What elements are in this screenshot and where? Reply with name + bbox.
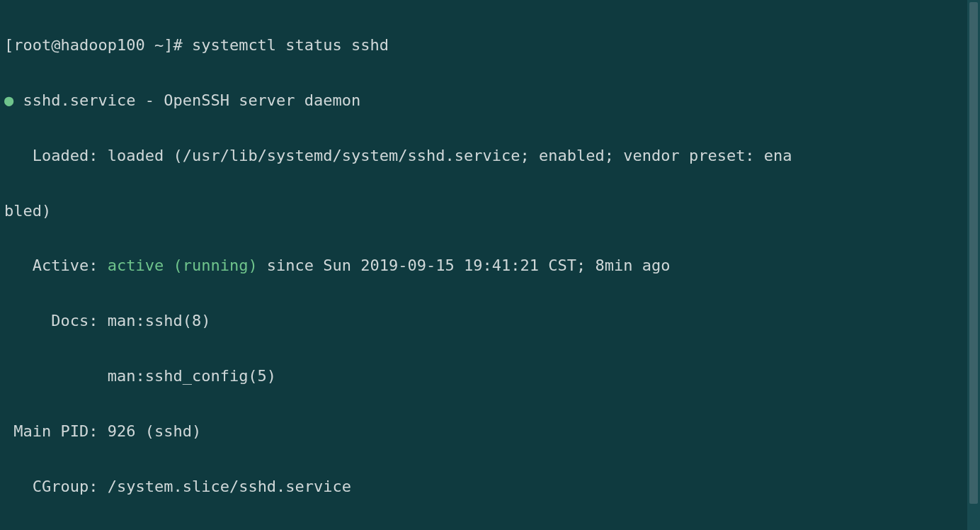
loaded-value: loaded (/usr/lib/systemd/system/sshd.ser… <box>108 147 792 164</box>
command-text: systemctl status sshd <box>192 36 389 54</box>
loaded-continuation: bled) <box>4 202 51 220</box>
cgroup-value: /system.slice/sshd.service <box>108 478 351 495</box>
active-since: since Sun 2019-09-15 19:41:21 CST; 8min … <box>258 256 671 274</box>
active-label: Active: <box>4 256 108 274</box>
main-pid-value: 926 (sshd) <box>108 422 201 440</box>
terminal-output[interactable]: [root@hadoop100 ~]# systemctl status ssh… <box>4 4 976 530</box>
scrollbar-track[interactable] <box>967 0 980 530</box>
cgroup-label: CGroup: <box>4 478 108 495</box>
shell-prompt: [root@hadoop100 ~]# <box>4 36 192 54</box>
active-state: active (running) <box>108 256 258 274</box>
main-pid-label: Main PID: <box>4 422 108 440</box>
docs-label: Docs: <box>4 312 108 329</box>
docs-value-2: man:sshd_config(5) <box>4 367 276 385</box>
status-bullet-icon: ● <box>4 91 13 109</box>
scrollbar-thumb[interactable] <box>969 2 978 504</box>
docs-value-1: man:sshd(8) <box>108 312 211 329</box>
loaded-label: Loaded: <box>4 147 108 164</box>
service-name-line: sshd.service - OpenSSH server daemon <box>13 91 360 109</box>
